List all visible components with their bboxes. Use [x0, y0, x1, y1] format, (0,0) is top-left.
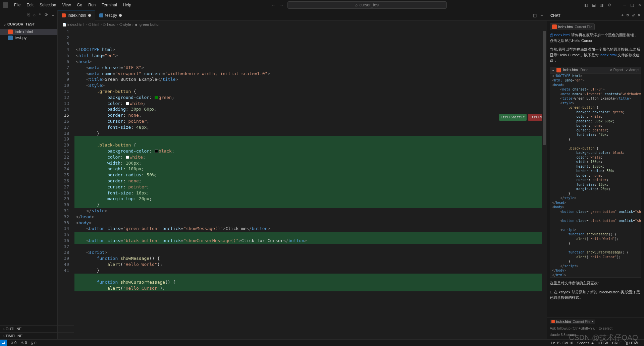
editor-area: index.htmltest.py ◫ ⋯ 📄 index.html›⎔ htm… [58, 10, 547, 339]
editor-tabs: index.htmltest.py ◫ ⋯ [58, 10, 547, 21]
menu-bar: FileEditSelectionViewGoRunTerminalHelp [11, 1, 134, 9]
breadcrumb-item[interactable]: 📄 index.html [62, 22, 84, 26]
indent-setting[interactable]: Spaces: 4 [575, 341, 596, 345]
menu-view[interactable]: View [59, 1, 73, 9]
chevron-right-icon: › [3, 327, 5, 331]
dirty-indicator-icon [119, 14, 122, 17]
titlebar: FileEditSelectionViewGoRunTerminalHelp ←… [0, 0, 644, 10]
window-minimize-icon[interactable]: ─ [623, 3, 626, 7]
nav-arrows: ← → [271, 3, 283, 7]
layout-right-icon[interactable]: ◨ [600, 3, 603, 7]
settings-gear-icon[interactable]: ⚙ [607, 3, 611, 7]
close-icon[interactable]: × [592, 320, 594, 324]
breadcrumb-item[interactable]: ⎔ head [103, 22, 115, 26]
history-icon[interactable]: ↻ [626, 13, 629, 17]
file-item-index-html[interactable]: index.html [0, 29, 57, 35]
chat-input-reference[interactable]: index.html Current File × [550, 320, 595, 324]
accept-badge[interactable]: Ctrl+Shift+Y [499, 114, 527, 121]
explorer-sidebar: ⎘ ⌕ ⑂ ⟳ ⌄ ⌄ CURSOR_TEST index.htmltest.p… [0, 10, 58, 339]
search-icon[interactable]: ⌕ [33, 12, 36, 17]
model-selector[interactable]: claude-3.5-sonnet [550, 333, 577, 337]
chat-body: index.html Current File @index.html 请你再在… [547, 21, 644, 317]
menu-go[interactable]: Go [74, 1, 85, 9]
language-mode[interactable]: {} HTML [624, 341, 641, 345]
menu-terminal[interactable]: Terminal [99, 1, 119, 9]
chevron-right-icon: › [3, 334, 5, 338]
diff-badges: Ctrl+Shift+Y Ctrl+N [499, 114, 543, 121]
breadcrumb-item[interactable]: ⎔ style [119, 22, 131, 26]
dirty-indicator-icon [88, 14, 91, 17]
chat-user-message: @index.html 请你再在底部添加一个黑色的圆形按钮，点击之后显示Hell… [550, 32, 641, 43]
html-file-icon [62, 13, 66, 17]
chevron-down-icon[interactable]: ⌄ [552, 68, 554, 72]
breadcrumb[interactable]: 📄 index.html›⎔ html›⎔ head›⎔ style›◆ .gr… [58, 21, 547, 28]
app-logo-icon [3, 2, 8, 8]
chat-file-reference[interactable]: index.html Current File [550, 23, 595, 30]
window-maximize-icon[interactable]: ▢ [630, 3, 634, 7]
code-editor[interactable]: 1234567891011121314151617181920212223242… [58, 28, 547, 339]
menu-file[interactable]: File [11, 1, 23, 9]
source-control-icon[interactable]: ⑂ [39, 12, 41, 17]
menu-selection[interactable]: Selection [37, 1, 59, 9]
layout-left-icon[interactable]: ◧ [584, 3, 588, 7]
breadcrumb-item[interactable]: ⎔ html [88, 22, 99, 26]
menu-run[interactable]: Run [86, 1, 98, 9]
remote-indicator[interactable]: ⇄ [0, 340, 7, 346]
html-file-icon [8, 30, 13, 34]
folder-name: CURSOR_TEST [7, 22, 35, 26]
chat-diff-header: ⌄ index.html Done ✕ Reject ✓ Accept [550, 67, 641, 73]
expand-icon[interactable]: ⤢ [632, 13, 635, 17]
chat-code-block: <!DOCTYPE html><html lang="en"><head> <m… [550, 73, 641, 278]
ports-count[interactable]: ⎘ 0 [29, 341, 38, 345]
chevron-down-icon[interactable]: ⌄ [51, 12, 55, 17]
new-file-icon[interactable]: ⎘ [28, 12, 30, 17]
html-file-icon [552, 24, 557, 29]
window-close-icon[interactable]: ✕ [638, 3, 641, 7]
command-center[interactable]: ⌕ cursor_test [287, 1, 447, 9]
accept-button[interactable]: ✓ Accept [626, 68, 639, 72]
reject-button[interactable]: ✕ Reject [610, 68, 623, 72]
explorer-folder-header[interactable]: ⌄ CURSOR_TEST [0, 19, 57, 29]
tab-index-html[interactable]: index.html [58, 10, 95, 21]
chat-summary-1: 这里是对文件所做的主要更改: [550, 280, 641, 286]
chat-panel: CHAT + ↻ ⤢ ✕ index.html Current File @in… [547, 10, 644, 339]
py-file-icon [8, 36, 13, 40]
eol[interactable]: CRLF [610, 341, 624, 345]
chat-assistant-message: 当然,我可以帮您在底部添加一个黑色的圆形按钮,点击后显示"Hello Curso… [550, 47, 641, 63]
chat-input-area: index.html Current File × claude-3.5-son… [547, 317, 644, 340]
search-icon: ⌕ [355, 3, 358, 7]
cursor-position[interactable]: Ln 15, Col 10 [549, 341, 575, 345]
nav-back-icon[interactable]: ← [271, 3, 275, 7]
chevron-down-icon: ⌄ [3, 22, 6, 26]
nav-forward-icon[interactable]: → [279, 3, 283, 7]
menu-help[interactable]: Help [120, 1, 134, 9]
encoding[interactable]: UTF-8 [596, 341, 610, 345]
html-file-icon [551, 320, 555, 323]
file-item-test-py[interactable]: test.py [0, 35, 57, 41]
close-icon[interactable]: ✕ [638, 13, 641, 17]
warnings-count[interactable]: ⚠ 0 [18, 341, 29, 345]
tab-test-py[interactable]: test.py [95, 10, 126, 21]
menu-edit[interactable]: Edit [24, 1, 36, 9]
explorer-actions: ⎘ ⌕ ⑂ ⟳ ⌄ [0, 10, 57, 19]
chat-summary-2: 1. 在 <style> 部分添加了新的 .black-button 类,设置了… [550, 289, 641, 300]
html-file-icon [556, 68, 561, 72]
py-file-icon [99, 13, 103, 17]
search-placeholder: cursor_test [360, 3, 379, 7]
split-editor-icon[interactable]: ◫ [533, 13, 537, 18]
chat-title: CHAT [550, 13, 560, 17]
refresh-icon[interactable]: ⟳ [45, 12, 48, 17]
minimap[interactable] [542, 28, 547, 339]
reject-badge[interactable]: Ctrl+N [528, 114, 543, 121]
status-bar: ⇄ ⊘ 0 ⚠ 0 ⎘ 0 Ln 15, Col 10 Spaces: 4 UT… [0, 339, 644, 346]
chat-header: CHAT + ↻ ⤢ ✕ [547, 10, 644, 21]
new-chat-icon[interactable]: + [622, 13, 624, 17]
layout-bottom-icon[interactable]: ⬓ [592, 3, 596, 7]
more-icon[interactable]: ⋯ [539, 13, 543, 18]
breadcrumb-item[interactable]: ◆ .green-button [135, 22, 161, 26]
errors-count[interactable]: ⊘ 0 [8, 341, 18, 345]
chat-input[interactable] [550, 324, 641, 332]
